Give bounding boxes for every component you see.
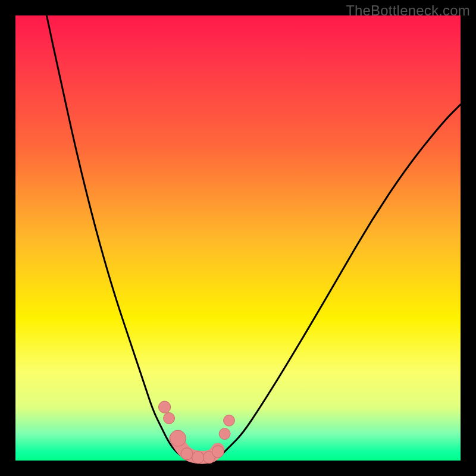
watermark-text: TheBottleneck.com bbox=[346, 2, 470, 19]
series-right-curve bbox=[211, 105, 461, 461]
chart-svg bbox=[15, 15, 461, 461]
curve-layer bbox=[46, 15, 461, 461]
marker-left-end bbox=[170, 430, 186, 446]
marker-right-start bbox=[212, 446, 224, 458]
marker-left-mid bbox=[164, 413, 175, 424]
series-left-curve bbox=[46, 15, 193, 461]
marker-bottom-2 bbox=[192, 452, 204, 464]
chart-plot-area bbox=[15, 15, 461, 461]
marker-bottom-1 bbox=[181, 448, 193, 460]
marker-right-top bbox=[224, 415, 235, 426]
marker-left-top bbox=[159, 401, 171, 413]
marker-right-mid bbox=[219, 428, 230, 440]
marker-layer bbox=[159, 401, 235, 464]
